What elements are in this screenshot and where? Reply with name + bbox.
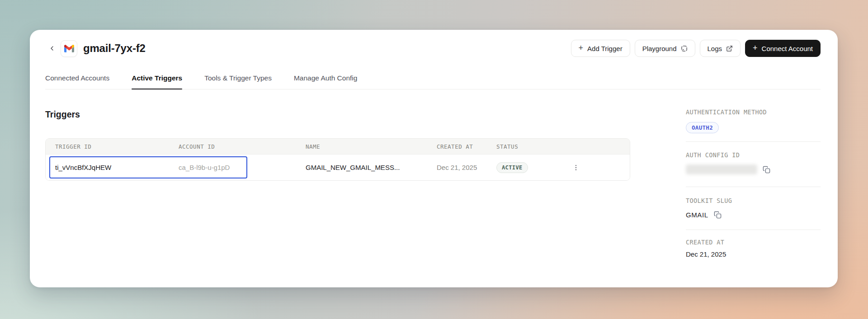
column-header-account-id: ACCOUNT ID xyxy=(179,143,306,150)
add-trigger-label: Add Trigger xyxy=(587,45,623,52)
cell-account-id[interactable]: ca_B-l9b-u-g1pD xyxy=(179,164,306,171)
tab-connected-accounts[interactable]: Connected Accounts xyxy=(45,74,109,89)
kebab-menu-icon xyxy=(572,164,580,171)
tab-bar: Connected Accounts Active Triggers Tools… xyxy=(45,68,821,89)
triggers-table: TRIGGER ID ACCOUNT ID NAME CREATED AT ST… xyxy=(45,138,630,181)
copy-icon xyxy=(714,211,722,219)
main-window-card: gmail-7yx-f2 + Add Trigger Playground Lo… xyxy=(30,30,838,287)
logs-button[interactable]: Logs xyxy=(700,40,741,57)
created-at-label: CREATED AT xyxy=(686,239,821,246)
connect-account-button[interactable]: + Connect Account xyxy=(745,40,821,57)
status-badge: ACTIVE xyxy=(496,162,528,173)
sidebar-divider xyxy=(686,141,821,142)
sidebar-divider xyxy=(686,187,821,187)
copy-icon xyxy=(763,166,770,174)
plus-icon: + xyxy=(579,44,584,52)
gmail-logo-icon xyxy=(61,40,77,57)
plus-icon: + xyxy=(753,44,758,52)
page-title: gmail-7yx-f2 xyxy=(83,42,146,55)
copy-auth-config-id-button[interactable] xyxy=(763,166,770,174)
tab-active-triggers[interactable]: Active Triggers xyxy=(132,74,182,89)
oauth2-badge: OAUTH2 xyxy=(686,122,719,133)
cell-created-at: Dec 21, 2025 xyxy=(437,164,496,171)
column-header-status: STATUS xyxy=(496,143,563,150)
playground-label: Playground xyxy=(642,45,677,52)
auth-config-id-label: AUTH CONFIG ID xyxy=(686,151,821,159)
cell-trigger-id[interactable]: ti_vVncBfXJqHEW xyxy=(46,164,179,171)
playground-button[interactable]: Playground xyxy=(635,40,695,57)
sidebar-divider xyxy=(686,230,821,230)
column-header-created-at: CREATED AT xyxy=(437,143,496,150)
toolkit-slug-label: TOOLKIT SLUG xyxy=(686,197,821,204)
column-header-name: NAME xyxy=(306,143,437,150)
playground-icon xyxy=(681,45,688,52)
header: gmail-7yx-f2 + Add Trigger Playground Lo… xyxy=(45,36,821,61)
auth-config-id-redacted-value xyxy=(686,164,757,174)
logs-label: Logs xyxy=(708,45,722,52)
column-header-trigger-id: TRIGGER ID xyxy=(46,143,179,150)
header-actions: + Add Trigger Playground Logs + Connect … xyxy=(571,40,821,57)
chevron-left-icon xyxy=(48,45,56,52)
toolkit-slug-value: GMAIL xyxy=(686,211,708,219)
tab-manage-auth-config[interactable]: Manage Auth Config xyxy=(294,74,357,89)
table-row[interactable]: ti_vVncBfXJqHEW ca_B-l9b-u-g1pD GMAIL_NE… xyxy=(46,154,630,180)
cell-status: ACTIVE xyxy=(496,162,563,173)
table-header-row: TRIGGER ID ACCOUNT ID NAME CREATED AT ST… xyxy=(46,139,630,154)
auth-method-label: AUTHENTICATION METHOD xyxy=(686,108,821,116)
add-trigger-button[interactable]: + Add Trigger xyxy=(571,40,630,57)
connect-account-label: Connect Account xyxy=(762,45,813,52)
row-menu-button[interactable] xyxy=(570,161,582,174)
cell-name: GMAIL_NEW_GMAIL_MESS... xyxy=(306,164,437,171)
copy-toolkit-slug-button[interactable] xyxy=(714,211,722,219)
created-at-value: Dec 21, 2025 xyxy=(686,250,821,258)
details-sidebar: AUTHENTICATION METHOD OAUTH2 AUTH CONFIG… xyxy=(686,108,821,258)
back-button[interactable] xyxy=(45,42,59,55)
auth-config-id-row xyxy=(686,164,821,174)
toolkit-slug-row: GMAIL xyxy=(686,211,821,219)
tab-tools-trigger-types[interactable]: Tools & Trigger Types xyxy=(204,74,272,89)
triggers-heading: Triggers xyxy=(45,109,80,120)
external-link-icon xyxy=(726,45,733,52)
cell-actions xyxy=(563,161,630,174)
